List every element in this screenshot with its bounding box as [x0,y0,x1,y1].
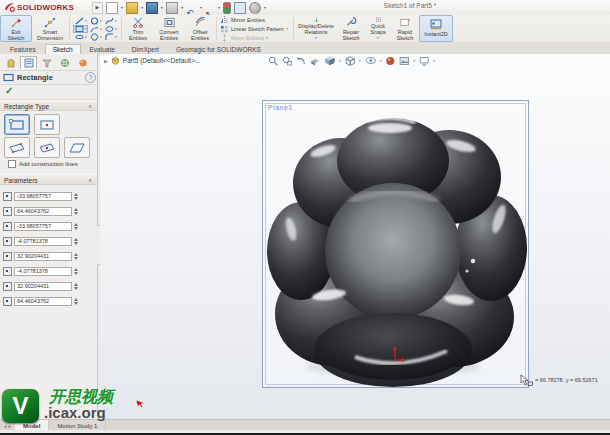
tab-scroll-right-icon[interactable] [9,423,12,429]
tab-dimxpert[interactable]: DimXpert [124,44,167,54]
coordinate-input[interactable] [14,192,72,201]
undo-caret-icon[interactable] [200,1,202,14]
parallelogram-option[interactable] [64,137,90,158]
previous-view-icon[interactable] [296,56,306,66]
select-caret-icon[interactable] [218,1,220,14]
line-caret-icon[interactable] [85,19,87,23]
select-icon[interactable] [205,3,215,13]
apply-scene-icon[interactable] [400,56,410,66]
tab-property-manager[interactable] [20,56,37,69]
spin-down-icon[interactable] [74,272,78,275]
quick-snaps-button[interactable]: Quick Snaps [365,15,391,42]
edit-appearance-icon[interactable] [386,56,396,66]
display-style-caret-icon[interactable] [359,59,361,63]
spinner[interactable] [74,268,78,275]
smart-dimension-button[interactable]: Smart Dimension [32,15,68,42]
corner-rectangle-option[interactable] [4,114,30,135]
quick-snaps-caret-icon[interactable] [377,35,379,41]
new-caret-icon[interactable] [121,1,123,14]
zoom-to-area-icon[interactable] [282,56,292,66]
spinner[interactable] [74,298,78,305]
fillet-caret-icon[interactable] [115,35,117,39]
spline-caret-icon[interactable] [115,19,117,23]
spin-up-icon[interactable] [74,283,78,286]
spin-down-icon[interactable] [74,287,78,290]
arc-caret-icon[interactable] [100,27,102,31]
flyout-feature-tree[interactable]: Part5 (Default<<Default>... [104,56,200,65]
spin-down-icon[interactable] [74,227,78,230]
undo-icon[interactable] [186,2,197,14]
help-icon[interactable] [85,72,96,83]
linear-sketch-pattern-button[interactable]: Linear Sketch Pattern [220,25,290,33]
instant2d-button[interactable]: Instant2D [419,15,453,42]
hide-show-items-icon[interactable] [365,56,376,65]
rebuild-icon[interactable] [223,2,231,14]
add-construction-lines-checkbox[interactable] [8,160,16,168]
rectangle-type-header[interactable]: Rectangle Type [0,100,97,111]
ok-check-icon[interactable] [5,85,13,96]
coordinate-input[interactable] [14,297,72,306]
tab-scroll-left-icon[interactable] [4,423,7,429]
spin-up-icon[interactable] [74,208,78,211]
coordinate-input[interactable] [14,282,72,291]
sketch-origin-icon[interactable] [391,345,407,363]
print-icon[interactable] [166,2,178,14]
spin-up-icon[interactable] [74,223,78,226]
coordinate-input[interactable] [14,222,72,231]
save-icon[interactable] [146,2,158,14]
slot-caret-icon[interactable] [85,35,87,39]
view-settings-caret-icon[interactable] [433,59,435,63]
exit-sketch-button[interactable]: Exit Sketch [0,15,32,42]
add-construction-lines-row[interactable]: Add construction lines [8,160,78,168]
tab-sketch[interactable]: Sketch [45,44,81,54]
options-caret-icon[interactable] [264,1,266,14]
spinner[interactable] [74,253,78,260]
circle-tool[interactable] [88,17,103,25]
tab-evaluate[interactable]: Evaluate [82,44,123,54]
open-icon[interactable] [126,2,138,14]
circle-caret-icon[interactable] [100,19,102,23]
spin-down-icon[interactable] [74,197,78,200]
parameters-header[interactable]: Parameters [0,174,97,185]
repair-sketch-button[interactable]: Repair Sketch [337,15,365,42]
corner-rectangle-tool[interactable] [73,25,88,33]
move-entities-caret-icon[interactable] [266,36,268,40]
spin-down-icon[interactable] [74,212,78,215]
line-tool[interactable] [73,17,88,25]
section-view-icon[interactable] [310,56,320,66]
slot-tool[interactable] [73,33,88,41]
tab-features[interactable]: Features [2,44,44,54]
open-caret-icon[interactable] [141,1,143,14]
convert-entities-button[interactable]: Convert Entities [153,15,185,42]
file-properties-icon[interactable] [234,2,246,14]
center-rectangle-option[interactable] [34,114,60,135]
spin-up-icon[interactable] [74,298,78,301]
spin-up-icon[interactable] [74,193,78,196]
spline-tool[interactable] [103,17,118,25]
linear-pattern-caret-icon[interactable] [286,27,288,31]
spin-up-icon[interactable] [74,238,78,241]
tab-feature-manager[interactable] [2,56,19,69]
mirror-entities-button[interactable]: Mirror Entities [220,16,290,24]
spinner[interactable] [74,208,78,215]
coordinate-input[interactable] [14,237,72,246]
coordinate-input[interactable] [14,207,72,216]
save-caret-icon[interactable] [161,1,163,14]
coordinate-input[interactable] [14,267,72,276]
tab-dimxpert-manager[interactable] [56,56,73,69]
three-point-center-rectangle-option[interactable] [34,137,60,158]
spinner[interactable] [74,223,78,230]
graphics-viewport[interactable]: Part5 (Default<<Default>... [100,54,610,419]
offset-entities-button[interactable]: Offset Entities [185,15,215,42]
rectangle-caret-icon[interactable] [85,27,87,31]
move-entities-button[interactable]: Move Entities [220,34,290,42]
view-orientation-cube-icon[interactable] [324,55,335,66]
display-delete-relations-button[interactable]: Display/Delete Relations [295,15,337,42]
spinner[interactable] [74,283,78,290]
apply-scene-caret-icon[interactable] [414,59,416,63]
view-orientation-caret-icon[interactable] [339,59,341,63]
spin-down-icon[interactable] [74,257,78,260]
new-document-icon[interactable] [106,2,118,14]
tab-geomagic[interactable]: Geomagic for SOLIDWORKS [168,44,269,54]
spin-up-icon[interactable] [74,268,78,271]
